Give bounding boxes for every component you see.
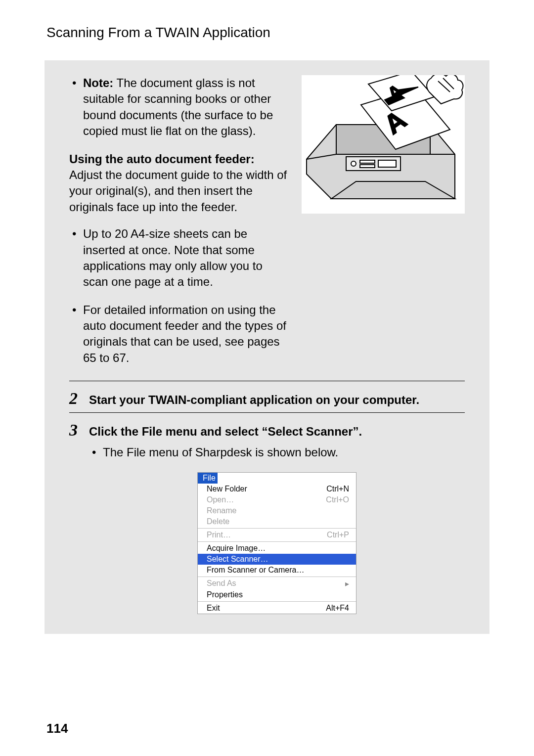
menu-item-label: Open… [207, 495, 234, 504]
menu-item-shortcut: Ctrl+P [327, 531, 349, 539]
menu-item-label: Send As [207, 579, 236, 588]
menu-item: Open…Ctrl+O [198, 494, 356, 505]
adf-heading: Using the auto document feeder: [69, 151, 290, 167]
menu-item-shortcut: Ctrl+N [326, 485, 349, 493]
menu-item: Rename [198, 505, 356, 516]
svg-rect-3 [360, 160, 375, 163]
note-list: Note: The document glass is not suitable… [69, 75, 290, 139]
menu-item: Print…Ctrl+P [198, 530, 356, 540]
menu-item-label: Delete [207, 517, 229, 526]
step-2-row: 2 Start your TWAIN-compliant application… [69, 390, 465, 408]
step-3-text: Click the File menu and select “Select S… [89, 422, 362, 440]
menu-separator [198, 601, 356, 602]
menu-body: New FolderCtrl+NOpen…Ctrl+ORenameDeleteP… [198, 484, 356, 614]
menu-item-label: From Scanner or Camera… [207, 566, 304, 575]
separator-2 [69, 412, 465, 413]
top-section: Note: The document glass is not suitable… [69, 75, 465, 378]
submenu-arrow-icon: ▸ [345, 579, 349, 588]
menu-item: Select Scanner… [198, 554, 356, 565]
menu-item: Send As▸ [198, 578, 356, 589]
menu-item-shortcut: Alt+F4 [326, 604, 349, 613]
adf-paragraph: Adjust the document guide to the width o… [69, 167, 290, 215]
step-3-body: The File menu of Sharpdesk is shown belo… [69, 445, 465, 614]
adf-bullet-list: Up to 20 A4-size sheets can be inserted … [69, 226, 290, 366]
step-3-row: 3 Click the File menu and select “Select… [69, 422, 465, 440]
step-3-bullet-list: The File menu of Sharpdesk is shown belo… [89, 445, 465, 460]
separator-1 [69, 381, 465, 381]
svg-rect-5 [378, 160, 396, 167]
document-page: Scanning From a TWAIN Application Note: … [0, 0, 534, 756]
content-panel: Note: The document glass is not suitable… [44, 60, 490, 634]
printer-loading-illustration-icon: A A [302, 75, 465, 214]
menu-header: File [198, 473, 218, 484]
note-item: Note: The document glass is not suitable… [69, 75, 290, 139]
step-3-bullet: The File menu of Sharpdesk is shown belo… [89, 445, 465, 460]
menu-item-label: Select Scanner… [207, 555, 268, 564]
menu-item: New FolderCtrl+N [198, 484, 356, 494]
illustration-container: A A [302, 75, 465, 378]
menu-separator [198, 541, 356, 542]
menu-item: Delete [198, 516, 356, 527]
note-label: Note: [83, 76, 113, 89]
menu-item-label: Acquire Image… [207, 544, 266, 553]
menu-item-label: New Folder [207, 485, 247, 493]
adf-bullet-1: Up to 20 A4-size sheets can be inserted … [69, 226, 290, 290]
step-3-number: 3 [69, 422, 81, 439]
menu-separator [198, 528, 356, 529]
menu-item: Acquire Image… [198, 543, 356, 554]
svg-rect-4 [360, 165, 375, 168]
menu-item: Properties [198, 589, 356, 600]
menu-item-label: Rename [207, 506, 236, 515]
adf-bullet-2: For detailed information on using the au… [69, 302, 290, 366]
menu-separator [198, 577, 356, 577]
svg-point-2 [351, 161, 356, 166]
menu-item: From Scanner or Camera… [198, 565, 356, 576]
file-menu-screenshot: File New FolderCtrl+NOpen…Ctrl+ORenameDe… [197, 472, 356, 614]
menu-item-shortcut: Ctrl+O [326, 495, 349, 504]
menu-item-label: Print… [207, 531, 231, 539]
step-2-text: Start your TWAIN-compliant application o… [89, 390, 419, 408]
step-2-number: 2 [69, 390, 81, 407]
menu-item-label: Exit [207, 604, 220, 613]
menu-item-label: Properties [207, 590, 243, 599]
menu-item: ExitAlt+F4 [198, 603, 356, 614]
page-number: 114 [46, 721, 68, 736]
page-title: Scanning From a TWAIN Application [46, 25, 490, 41]
top-text-column: Note: The document glass is not suitable… [69, 75, 290, 378]
